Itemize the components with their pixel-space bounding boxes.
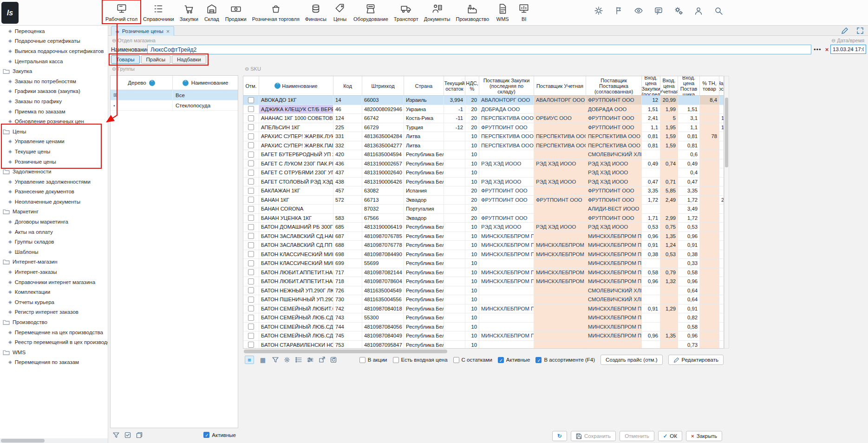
table-row[interactable]: БАТОН СТАРАВИЛЕНСКИ НОВ.ПП Х 753 4810987… [243,341,724,349]
table-row[interactable]: БАКЛАЖАН 1КГ 457 63082 Испания 20 ФРУТПО… [243,186,724,196]
table-row[interactable]: БАГЕТ СТОЛОВЫЙ РЭД ХЭД 250Г 438 48131900… [243,178,724,187]
column-header-price-purchase[interactable]: Вход. цена Закупки (послед [642,76,660,95]
toolbar-documents[interactable]: Документы [421,0,453,23]
table-row[interactable]: АНАНАС 1КГ 1000 СОВЕТОВ ДАЧНИ 124 66742 … [243,114,724,123]
sidebar-item[interactable]: Выписка подарочных сертификатов [0,46,108,56]
ellipsis-button[interactable]: ••• [814,46,822,53]
table-row[interactable]: БАТОН ПШЕНИЧНЫЙ УП.290Г ЛЮБ 730 48116350… [243,295,724,304]
table-row[interactable]: БАТОН ДОМАШНИЙ РБ 300Г 685 4813190006419… [243,223,724,232]
row-checkbox[interactable] [248,106,254,112]
column-header-stock[interactable]: Текущий остаток [444,76,465,95]
row-checkbox[interactable] [248,251,254,257]
toolbar-equipment[interactable]: Оборудование [351,0,391,23]
row-checkbox[interactable] [248,315,254,321]
table-row[interactable]: БАТОН НЕЖНЫЙ УП.290Г ЛЮБА ПЕ 726 4811635… [243,286,724,296]
sidebar-item[interactable]: Комплектации [0,287,108,297]
toolbar-bi[interactable]: BI [513,0,535,23]
table-row[interactable]: БАТОН ЗАСЛАВСКИЙ СД.ПП В/С ХЛ 688 481098… [243,241,724,250]
column-header-code[interactable]: Код [333,76,362,95]
collapse-icon[interactable] [831,38,835,43]
toolbar-sales[interactable]: Продажи [222,0,249,23]
toolbar-retail[interactable]: Розничная торговля [249,0,302,23]
list-view-icon[interactable]: ≡ [245,356,254,364]
tab-retail-prices[interactable]: Розничные цены × [111,26,174,36]
grid-view-icon[interactable]: ▦ [258,356,268,364]
table-row[interactable]: БАТОН СЕМЕЙНЫЙ ЛЮБ.СД.НАР.П 745 48109870… [243,331,724,341]
sidebar-item[interactable]: Регистр интернет заказов [0,307,108,317]
toolbar-warehouse[interactable]: Склад [201,0,222,23]
column-header-tn[interactable]: % ТН, товар [700,76,719,95]
row-checkbox[interactable] [248,233,254,239]
row-checkbox[interactable] [248,215,254,221]
table-row[interactable]: БАГЕТ С ОТРУБЯМИ 230Г УПАК.РЭД 437 48131… [243,168,724,178]
row-checkbox[interactable] [248,170,254,176]
pin-icon[interactable] [614,6,623,15]
collapse-icon[interactable] [112,66,116,72]
filter-icon[interactable] [272,356,279,364]
sidebar-hscrollbar[interactable] [0,438,108,443]
sidebar-item[interactable]: Управление задолженностями [0,177,108,187]
copy-icon[interactable] [136,431,143,439]
sidebar-item[interactable]: Производство [0,317,108,327]
sidebar-item[interactable]: Группы складов [0,237,108,247]
row-checkbox[interactable] [248,287,254,293]
sidebar-item[interactable]: Розничные цены [0,157,108,167]
filter-icon[interactable] [112,431,120,439]
collapse-icon[interactable] [112,38,116,43]
column-header-barcode[interactable]: Штрихкод [362,76,404,95]
table-row[interactable]: БАТОН СЕМЕЙНЫЙ ЛЮБ.СД.НАР.П 744 48109870… [243,323,724,332]
row-checkbox[interactable] [248,242,254,248]
table-row[interactable]: БАТОН ЗАСЛАВСКИЙ СД.НАР.ПАК. 687 4810987… [243,232,724,241]
sort-asc-icon[interactable] [183,80,189,86]
table-row[interactable]: БАТОН СЕМЕЙНЫЙ ЛЮБ.СД.420Г Х 743 55300 Р… [243,313,724,323]
sidebar-item[interactable]: Центральная касса [0,56,108,66]
column-header-price-account[interactable]: Вход. цена Учетная [660,76,678,95]
row-checkbox[interactable] [248,206,254,212]
column-header-supplier-agreed[interactable]: Поставщик Поставщика (согласованная) [586,76,642,95]
toolbar-wms[interactable]: WMS [492,0,513,23]
column-header-markup[interactable]: Надбавка (основная [719,76,724,95]
table-row[interactable]: БАТОН КЛАССИЧЕСКИЙ МИНИ ХЛ 699 55699 Рес… [243,259,724,268]
tree-node-icon[interactable]: ⊞ [113,92,117,98]
toolbar-transport[interactable]: Транспорт [391,0,421,23]
numbered-list-icon[interactable] [295,356,302,364]
table-row[interactable]: АДЖИКА КЛЕЩУК СТ/Б ВЕРЕС 46 482000809294… [243,105,724,114]
table-row[interactable]: БАТОН ЛЮБИТ.АППЕТИТ.НАР.ПАК.2 717 481098… [243,268,724,278]
sku-vscrollbar[interactable] [724,76,729,349]
sidebar-item[interactable]: Интернет-заказы [0,267,108,277]
column-header-check[interactable]: Отм. [243,76,259,95]
filter-with-stock[interactable]: С остатками [453,357,492,363]
sidebar-item[interactable]: Акты на оплату [0,227,108,237]
sliders-icon[interactable] [307,356,314,364]
row-checkbox[interactable] [248,152,254,158]
row-checkbox[interactable] [248,260,254,266]
sidebar-item[interactable]: Закупка [0,66,108,76]
refresh-icon[interactable] [330,356,337,364]
sidebar-item[interactable]: Заказы по графику [0,96,108,106]
column-header-price-supplier[interactable]: Вход. цена Постав щика [678,76,700,95]
toolbar-prices[interactable]: Цены [329,0,351,23]
edit-icon[interactable] [841,27,848,34]
sidebar-item[interactable]: Цены [0,126,108,137]
close-tab-icon[interactable]: × [166,28,170,35]
user-icon[interactable] [694,6,703,15]
row-checkbox[interactable] [248,115,254,121]
table-row[interactable]: БАНАН УЦЕНКА 1КГ 583 67566 Эквадор 20 ФР… [243,214,724,223]
column-header-tree[interactable]: Дерево [111,76,173,90]
app-logo[interactable]: ls [1,2,19,24]
sidebar-item[interactable]: Реестр перемещений в цех производст [0,337,108,347]
column-header-supplier-account[interactable]: Поставщик Учетная [534,76,586,95]
row-checkbox[interactable] [248,305,254,311]
row-checkbox[interactable] [248,342,254,348]
search-icon[interactable] [714,6,723,15]
checkbox[interactable] [203,432,209,438]
row-checkbox[interactable] [248,142,254,148]
sidebar-item[interactable]: Обновление розничных цен [0,116,108,126]
row-checkbox[interactable] [248,297,254,303]
row-checkbox[interactable] [248,188,254,194]
toolbar-production[interactable]: Производство [453,0,492,23]
clear-field-icon[interactable]: × [825,46,829,53]
sidebar-item[interactable]: Шаблоны [0,247,108,257]
row-checkbox[interactable] [248,269,254,275]
filter-promo[interactable]: В акции [359,357,387,363]
